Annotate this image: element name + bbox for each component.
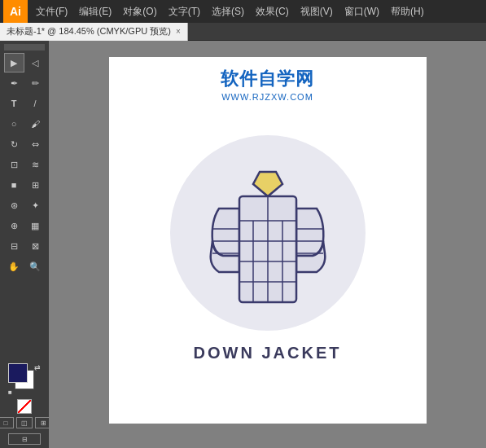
title-bar: Ai 文件(F) 编辑(E) 对象(O) 文字(T) 选择(S) 效果(C) 视… <box>0 0 486 23</box>
tool-row-6: ⊡ ≋ <box>4 155 46 174</box>
menu-edit[interactable]: 编辑(E) <box>74 3 116 20</box>
canvas-area: 软件自学网 WWW.RJZXW.COM <box>49 41 486 448</box>
ai-logo: Ai <box>3 0 28 23</box>
menu-file[interactable]: 文件(F) <box>31 3 72 20</box>
tool-row-4: ○ 🖌 <box>4 114 46 134</box>
tool-row-11: ✋ 🔍 <box>4 257 46 276</box>
left-toolbar: ▶ ◁ ✒ ✏ T / ○ 🖌 ↻ ⇔ ⊡ ≋ ■ ⊞ ⊛ ✦ <box>0 41 49 448</box>
tool-row-3: T / <box>4 94 46 113</box>
menu-window[interactable]: 窗口(W) <box>339 3 384 20</box>
behind-mode-button[interactable]: ◫ <box>16 417 33 428</box>
watermark-title: 软件自学网 <box>221 67 314 91</box>
menu-effect[interactable]: 效果(C) <box>251 3 294 20</box>
reset-colors-icon[interactable]: ■ <box>8 389 12 396</box>
ruler <box>4 44 45 51</box>
symbol-tool[interactable]: ⊕ <box>4 216 24 235</box>
menu-object[interactable]: 对象(O) <box>118 3 161 20</box>
blend-tool[interactable]: ⊛ <box>4 195 24 215</box>
pen-tool[interactable]: ✒ <box>4 73 24 93</box>
tab-label: 未标题-1* @ 184.45% (CMYK/GPU 预览) <box>7 25 171 37</box>
menu-text[interactable]: 文字(T) <box>164 3 205 20</box>
menu-view[interactable]: 视图(V) <box>296 3 338 20</box>
watermark-url: WWW.RJZXW.COM <box>221 92 314 102</box>
foreground-color-box[interactable] <box>8 363 28 383</box>
text-tool[interactable]: T <box>4 94 24 113</box>
line-tool[interactable]: / <box>25 94 46 113</box>
color-area: ⇄ ■ □ ◫ ⊞ ⊟ <box>0 360 55 448</box>
pencil-tool[interactable]: ✏ <box>25 73 46 93</box>
gradient-tool[interactable]: ■ <box>4 175 24 195</box>
main-area: ▶ ◁ ✒ ✏ T / ○ 🖌 ↻ ⇔ ⊡ ≋ ■ ⊞ ⊛ ✦ <box>0 41 486 448</box>
tab-bar: 未标题-1* @ 184.45% (CMYK/GPU 预览) × <box>0 23 486 41</box>
hand-tool[interactable]: ✋ <box>4 257 24 276</box>
circle-background <box>170 135 366 331</box>
column-graph-tool[interactable]: ▦ <box>25 216 46 235</box>
tool-row-5: ↻ ⇔ <box>4 134 46 154</box>
tool-row-2: ✒ ✏ <box>4 73 46 93</box>
reflect-tool[interactable]: ⇔ <box>25 134 46 154</box>
tool-row-8: ⊛ ✦ <box>4 195 46 215</box>
mode-icons: □ ◫ ⊞ <box>0 417 51 428</box>
paintbrush-tool[interactable]: 🖌 <box>25 114 46 134</box>
menu-bar: 文件(F) 编辑(E) 对象(O) 文字(T) 选择(S) 效果(C) 视图(V… <box>31 3 483 20</box>
ellipse-tool[interactable]: ○ <box>4 114 24 134</box>
change-screen-mode-button[interactable]: ⊟ <box>8 433 41 445</box>
normal-mode-button[interactable]: □ <box>0 417 14 428</box>
document-tab[interactable]: 未标题-1* @ 184.45% (CMYK/GPU 预览) × <box>0 23 188 41</box>
jacket-illustration: DOWN JACKET <box>170 135 366 362</box>
rotate-tool[interactable]: ↻ <box>4 134 24 154</box>
menu-help[interactable]: 帮助(H) <box>386 3 429 20</box>
tool-row-9: ⊕ ▦ <box>4 216 46 235</box>
tab-close-button[interactable]: × <box>176 27 181 36</box>
tool-row-1: ▶ ◁ <box>4 53 46 72</box>
artboard-tool[interactable]: ⊟ <box>4 236 24 256</box>
zoom-tool[interactable]: 🔍 <box>25 257 46 276</box>
select-tool[interactable]: ▶ <box>4 53 24 72</box>
mesh-tool[interactable]: ⊞ <box>25 175 46 195</box>
tool-row-7: ■ ⊞ <box>4 175 46 195</box>
jacket-label: DOWN JACKET <box>194 344 342 362</box>
menu-select[interactable]: 选择(S) <box>207 3 249 20</box>
jacket-svg <box>195 152 341 314</box>
scale-tool[interactable]: ⊡ <box>4 155 24 174</box>
color-boxes: ⇄ ■ <box>8 363 41 396</box>
artwork-canvas: 软件自学网 WWW.RJZXW.COM <box>109 57 427 424</box>
slice-tool[interactable]: ⊠ <box>25 236 46 256</box>
eyedropper-tool[interactable]: ✦ <box>25 195 46 215</box>
tool-row-10: ⊟ ⊠ <box>4 236 46 256</box>
watermark: 软件自学网 WWW.RJZXW.COM <box>221 67 314 102</box>
swap-colors-icon[interactable]: ⇄ <box>34 363 41 371</box>
none-color-box[interactable] <box>17 399 32 414</box>
warp-tool[interactable]: ≋ <box>25 155 46 174</box>
direct-select-tool[interactable]: ◁ <box>25 53 46 72</box>
